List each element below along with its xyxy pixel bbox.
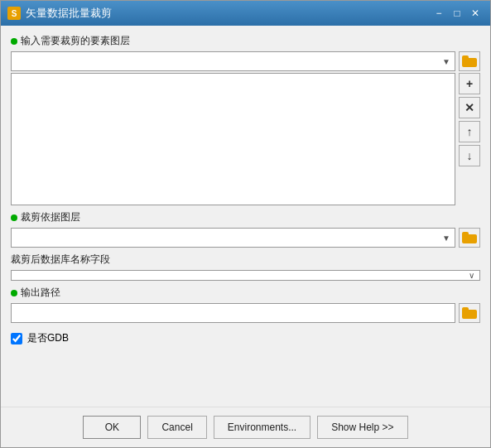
input-layer-combo[interactable]: ▼	[11, 51, 455, 71]
content-area: 输入需要裁剪的要素图层 ▼ + ✕ ↑ ↓	[1, 26, 490, 407]
output-path-folder-button[interactable]	[459, 303, 480, 323]
input-layer-dot	[11, 38, 17, 45]
input-layer-list-area: + ✕ ↑ ↓	[11, 73, 480, 205]
close-button[interactable]: ✕	[467, 6, 484, 21]
folder-icon-1	[462, 55, 477, 67]
input-layer-section: 输入需要裁剪的要素图层 ▼ + ✕ ↑ ↓	[11, 34, 480, 205]
clip-layer-dot	[11, 214, 17, 221]
clip-layer-text: 裁剪依据图层	[21, 210, 80, 224]
input-layer-folder-button[interactable]	[459, 51, 480, 71]
titlebar-buttons: − □ ✕	[431, 6, 484, 21]
titlebar: S 矢量数据批量裁剪 − □ ✕	[1, 1, 490, 26]
move-down-button[interactable]: ↓	[459, 145, 480, 166]
clip-layer-row: ▼	[11, 228, 480, 248]
field-name-combo-arrow: ∨	[465, 271, 478, 280]
output-path-input[interactable]	[11, 303, 455, 323]
clip-layer-section: 裁剪依据图层 ▼	[11, 210, 480, 248]
show-help-button[interactable]: Show Help >>	[317, 416, 407, 439]
field-name-text: 裁剪后数据库名称字段	[11, 253, 110, 267]
gdb-checkbox-label[interactable]: 是否GDB	[27, 331, 69, 345]
window-title: 矢量数据批量裁剪	[26, 6, 112, 21]
minimize-button[interactable]: −	[431, 6, 447, 21]
output-path-label: 输出路径	[11, 286, 480, 300]
app-icon: S	[7, 7, 21, 20]
folder-icon-2	[462, 232, 477, 243]
clip-layer-label: 裁剪依据图层	[11, 210, 480, 224]
side-buttons: + ✕ ↑ ↓	[459, 73, 480, 205]
output-path-text: 输出路径	[21, 286, 60, 300]
input-layer-list[interactable]	[11, 73, 455, 205]
input-layer-combo-arrow: ▼	[440, 52, 453, 70]
environments-button[interactable]: Environments...	[214, 416, 310, 439]
move-up-button[interactable]: ↑	[459, 121, 480, 142]
clip-layer-combo-arrow: ▼	[440, 229, 453, 247]
input-layer-label: 输入需要裁剪的要素图层	[11, 34, 480, 48]
remove-button[interactable]: ✕	[459, 97, 480, 118]
output-path-section: 输出路径	[11, 286, 480, 323]
output-path-row	[11, 303, 480, 323]
footer: OK Cancel Environments... Show Help >>	[1, 407, 490, 447]
main-window: S 矢量数据批量裁剪 − □ ✕ 输入需要裁剪的要素图层 ▼	[0, 0, 491, 448]
field-name-combo[interactable]: ∨	[11, 270, 480, 281]
clip-layer-folder-button[interactable]	[459, 228, 480, 248]
cancel-button[interactable]: Cancel	[147, 416, 206, 439]
add-button[interactable]: +	[459, 73, 480, 94]
field-name-section: 裁剪后数据库名称字段 ∨	[11, 253, 480, 281]
titlebar-left: S 矢量数据批量裁剪	[7, 6, 112, 21]
field-name-label: 裁剪后数据库名称字段	[11, 253, 480, 267]
gdb-checkbox-row: 是否GDB	[11, 331, 480, 345]
gdb-checkbox[interactable]	[11, 333, 22, 344]
ok-button[interactable]: OK	[83, 416, 141, 439]
input-layer-row: ▼	[11, 51, 480, 71]
input-layer-text: 输入需要裁剪的要素图层	[21, 34, 130, 48]
output-path-dot	[11, 290, 17, 296]
restore-button[interactable]: □	[449, 6, 465, 21]
clip-layer-combo[interactable]: ▼	[11, 228, 455, 248]
folder-icon-3	[462, 307, 477, 319]
